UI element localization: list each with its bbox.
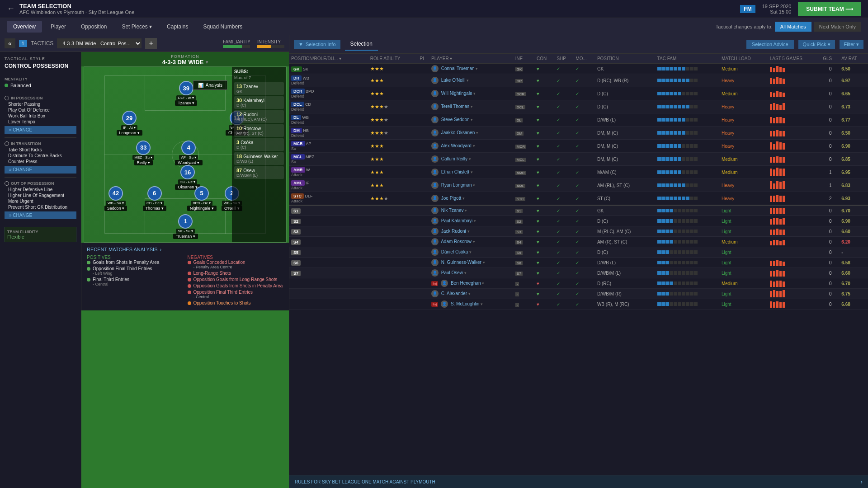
quick-pick-button[interactable]: Quick Pick ▾ [798, 40, 835, 49]
col-av-rat[interactable]: AV RAT [840, 54, 868, 64]
table-row[interactable]: AMR WAttack ★★★ 👤 Ethan Chislett ▾ AMR ♥… [289, 166, 868, 179]
table-row[interactable]: STC DLFAttack ★★★★ 👤 Joe Pigott ▾ STC ♥ … [289, 192, 868, 206]
in-possession-change-button[interactable]: » CHANGE [5, 126, 76, 134]
player-cell[interactable]: 👤 C. Alexander ▾ [429, 289, 514, 299]
player-cell[interactable]: 👤 Luke O'Neill ▾ [429, 74, 514, 87]
col-role-ability[interactable]: ROLE ABILITY [368, 54, 418, 64]
formation-dropdown-icon[interactable]: ▾ [206, 60, 208, 65]
table-row[interactable]: MCR APSu ★★★ 👤 Alex Woodyard ▾ MCR ♥ ✓ ✓… [289, 140, 868, 153]
table-row[interactable]: S7 👤 Paul Osew ▾ S7 ♥ ✓ ✓ D/WB/M (L) Lig… [289, 268, 868, 278]
table-row[interactable]: DR WBDefend ★★★ 👤 Luke O'Neill ▾ DR ♥ ✓ … [289, 74, 868, 87]
pos-role-cell [289, 299, 368, 310]
all-matches-button[interactable]: All Matches [775, 22, 811, 32]
nav-squad-numbers[interactable]: Squad Numbers [197, 21, 249, 33]
table-row[interactable]: S1 👤 Nik Tzanev ▾ S1 ♥ ✓ ✓ GK Light 0 6.… [289, 205, 868, 216]
player-node-longman[interactable]: 29 IF - At ▾ Longman ▾ [117, 111, 142, 136]
table-row[interactable]: S5 👤 Dániel Csóka ▾ S5 ♥ ✓ ✓ D (C) Light… [289, 247, 868, 258]
col-match-load[interactable]: MATCH LOAD [720, 54, 768, 64]
player-cell[interactable]: 👤 Connal Trueman ▾ [429, 64, 514, 74]
sub-item-kalambayi[interactable]: 30 Kalambayi D (C) [234, 96, 284, 109]
col-last5[interactable]: LAST 5 GAMES [768, 54, 821, 64]
analysis-button[interactable]: 📊 Analysis [193, 80, 227, 90]
tac-fam-cell [656, 127, 720, 140]
player-cell[interactable]: 👤 Jack Rudoni ▾ [429, 226, 514, 237]
out-possession-change-button[interactable]: » CHANGE [5, 211, 76, 219]
col-shp[interactable]: SHP [555, 54, 574, 64]
player-cell[interactable]: Inj 👤 S. McLoughlin ▾ [429, 299, 514, 310]
table-row[interactable]: S4 👤 Adam Roscrow ▾ S4 ♥ ✓ ✓ AM (R), ST … [289, 237, 868, 247]
player-cell[interactable]: 👤 N. Guinness-Walker ▾ [429, 258, 514, 268]
filter-button[interactable]: Filter ▾ [840, 40, 863, 49]
selection-advice-button[interactable]: Selection Advice [746, 40, 794, 49]
player-node-woodyard[interactable]: 4 AP - Su ▾ Woodyard ▾ [175, 141, 202, 165]
player-node-thomas[interactable]: 6 CD - De ▾ Thomas ▾ [143, 186, 166, 211]
col-gls[interactable]: GLS [821, 54, 840, 64]
table-row[interactable]: GK SK ★★★ 👤 Connal Trueman ▾ GK ♥ ✓ ✓ GK… [289, 64, 868, 74]
sub-item-roscrow[interactable]: 10 Roscrow AM (R), ST (C) [234, 124, 284, 137]
nav-set-pieces[interactable]: Set Pieces ▾ [115, 21, 158, 33]
col-position2[interactable]: POSITION [595, 54, 650, 64]
table-row[interactable]: AML IFAttack ★★★ 👤 Ryan Longman ▾ AML ♥ … [289, 179, 868, 192]
table-row[interactable]: 👤 C. Alexander ▾ - ♥ ✓ ✓ D/WB/M (R) Ligh… [289, 289, 868, 299]
table-row[interactable]: Inj 👤 Ben Heneghan ▾ - ♥ ✓ ✓ D (RC) Medi… [289, 278, 868, 289]
recent-matches: RECENT MATCHES ANALYSIS › POSITIVES Goal… [81, 243, 289, 310]
table-row[interactable]: DCR BPDDefend ★★★ 👤 Will Nightingale ▾ D… [289, 87, 868, 100]
in-transition-change-button[interactable]: » CHANGE [5, 166, 76, 174]
sub-item-tzanev[interactable]: 13 Tzanev GK [234, 82, 284, 95]
nav-captains[interactable]: Captains [160, 21, 194, 33]
table-row[interactable]: DM HBDefend ★★★★ 👤 Jaakko Oksanen ▾ DM ♥… [289, 127, 868, 140]
back-button[interactable]: ← [7, 4, 15, 14]
collapse-button[interactable]: « [5, 38, 15, 48]
col-pi[interactable]: PI [418, 54, 429, 64]
next-match-button[interactable]: Next Match Only [814, 22, 861, 32]
player-node-reilly[interactable]: 33 MEZ - Su ▾ Reilly ▾ [132, 141, 154, 165]
player-cell[interactable]: Inj 👤 Ben Heneghan ▾ [429, 278, 514, 289]
player-cell[interactable]: 👤 Terell Thomas ▾ [429, 100, 514, 113]
nav-player[interactable]: Player [44, 21, 72, 33]
player-cell[interactable]: 👤 Adam Roscrow ▾ [429, 237, 514, 247]
nav-opposition[interactable]: Opposition [75, 21, 113, 33]
col-con[interactable]: CON [535, 54, 555, 64]
mo-cell: ✓ [574, 153, 595, 166]
player-cell[interactable]: 👤 Ethan Chislett ▾ [429, 166, 514, 179]
player-cell[interactable]: 👤 Steve Seddon ▾ [429, 113, 514, 127]
player-cell[interactable]: 👤 Nik Tzanev ▾ [429, 205, 514, 216]
sub-item-guinness[interactable]: 18 Guinness-Walker D/WB (L) [234, 152, 284, 165]
player-cell[interactable]: 👤 Alex Woodyard ▾ [429, 140, 514, 153]
player-cell[interactable]: 👤 Will Nightingale ▾ [429, 87, 514, 100]
player-node-nightingale[interactable]: 5 BPD - De ▾ Nightingale ▾ [187, 186, 217, 211]
col-inf[interactable]: INF [514, 54, 535, 64]
table-row[interactable]: S6 👤 N. Guinness-Walker ▾ S6 ♥ ✓ ✓ D/WB … [289, 258, 868, 268]
player-cell[interactable]: 👤 Dániel Csóka ▾ [429, 247, 514, 258]
rules-text[interactable]: RULES FOR SKY BET LEAGUE ONE MATCH AGAIN… [295, 479, 435, 484]
selection-tab[interactable]: Selection [345, 38, 378, 51]
col-player[interactable]: PLAYER ▾ [429, 54, 514, 64]
add-tactics-button[interactable]: + [145, 38, 156, 49]
player-cell[interactable]: 👤 Joe Pigott ▾ [429, 192, 514, 206]
col-tac-fam[interactable]: TAC FAM [656, 54, 720, 64]
nav-overview[interactable]: Overview [7, 21, 42, 33]
player-cell[interactable]: 👤 Callum Reilly ▾ [429, 153, 514, 166]
formation-selector[interactable]: 4-3-3 DM Wide - Control Pos... [57, 38, 142, 48]
player-cell[interactable]: 👤 Jaakko Oksanen ▾ [429, 127, 514, 140]
col-mo[interactable]: MO... [574, 54, 595, 64]
recent-matches-title[interactable]: RECENT MATCHES ANALYSIS › [87, 247, 283, 252]
table-row[interactable]: Inj 👤 S. McLoughlin ▾ - ♥ ✓ ✓ WB (R), M … [289, 299, 868, 310]
table-row[interactable]: S3 👤 Jack Rudoni ▾ S3 ♥ ✓ ✓ M (RLC), AM … [289, 226, 868, 237]
submit-team-button[interactable]: SUBMIT TEAM ⟶ [798, 2, 861, 16]
sub-item-csoka[interactable]: 3 Csóka D (C) [234, 138, 284, 151]
player-node-seddon[interactable]: 42 WB - Su ▾ Seddon ▾ [104, 186, 127, 211]
table-row[interactable]: S2 👤 Paul Kalambayi ▾ S2 ♥ ✓ ✓ D (C) Lig… [289, 216, 868, 226]
table-row[interactable]: MCL MEZSu ★★★ 👤 Callum Reilly ▾ MCL ♥ ✓ … [289, 153, 868, 166]
player-cell[interactable]: 👤 Ryan Longman ▾ [429, 179, 514, 192]
rules-bar[interactable]: RULES FOR SKY BET LEAGUE ONE MATCH AGAIN… [289, 475, 868, 488]
sub-item-osew[interactable]: 87 Osew D/WB/M (L) [234, 166, 284, 179]
player-cell[interactable]: 👤 Paul Kalambayi ▾ [429, 216, 514, 226]
table-row[interactable]: DL WBDefend ★★★★ 👤 Steve Seddon ▾ DL ♥ ✓… [289, 113, 868, 127]
selection-info-button[interactable]: ▼ Selection Info [294, 40, 340, 49]
table-row[interactable]: DCL CDDefend ★★★★ 👤 Terell Thomas ▾ DCL … [289, 100, 868, 113]
sub-item-rudoni[interactable]: 12 Rudoni M (RLC), AM (C) [234, 110, 284, 123]
col-position[interactable]: POSITION/ROLE/DU... ▾ [289, 54, 368, 64]
player-node-trueman[interactable]: 1 SK - Su ▾ Trueman ▾ [173, 214, 198, 239]
player-cell[interactable]: 👤 Paul Osew ▾ [429, 268, 514, 278]
